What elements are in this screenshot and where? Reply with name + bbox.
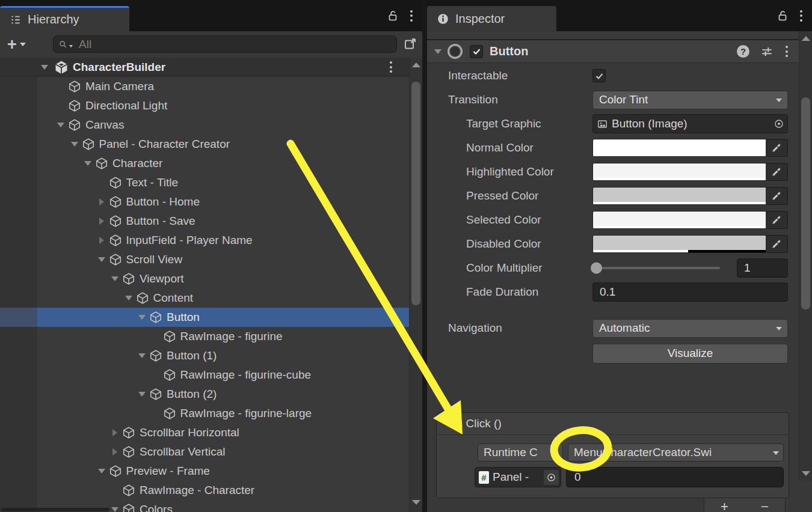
tree-item-scroll-view[interactable]: Scroll View xyxy=(0,250,409,269)
component-menu-icon[interactable] xyxy=(784,44,789,58)
field-label: Interactable xyxy=(427,69,592,82)
scene-menu-icon[interactable] xyxy=(389,60,393,74)
eyedropper-icon[interactable] xyxy=(766,139,787,156)
eyedropper-icon[interactable] xyxy=(766,163,787,180)
tree-item-button-save[interactable]: Button - Save xyxy=(0,212,409,231)
foldout-spacer xyxy=(56,101,66,111)
tree-item-viewport[interactable]: Viewport xyxy=(0,269,409,288)
disabled-color-swatch[interactable] xyxy=(592,235,788,253)
inspector-menu-icon[interactable] xyxy=(799,9,804,23)
script-icon: # xyxy=(479,471,489,484)
tree-item-scrollbar-vertical[interactable]: Scrollbar Vertical xyxy=(0,442,409,462)
add-gameobject-button[interactable]: + xyxy=(7,37,26,53)
foldout-open-icon[interactable] xyxy=(110,274,120,284)
foldout-open-icon[interactable] xyxy=(433,47,443,56)
scroll-up-icon[interactable] xyxy=(412,62,420,67)
gameobject-icon xyxy=(163,368,176,382)
scroll-down-icon[interactable] xyxy=(412,500,420,505)
foldout-open-icon[interactable] xyxy=(124,293,134,303)
tree-item-button[interactable]: Button xyxy=(0,308,409,327)
tab-inspector[interactable]: Inspector xyxy=(427,6,556,31)
foldout-closed-icon[interactable] xyxy=(97,216,106,226)
eyedropper-icon[interactable] xyxy=(766,236,787,252)
eyedropper-icon[interactable] xyxy=(766,187,787,204)
add-event-button[interactable]: + xyxy=(721,499,728,512)
visualize-button[interactable]: Visualize xyxy=(592,344,788,364)
tree-item-rawimage-figurine-cube[interactable]: RawImage - figurine-cube xyxy=(0,365,409,385)
eyedropper-icon[interactable] xyxy=(766,212,787,228)
field-row-navigation: NavigationAutomatic xyxy=(427,316,799,340)
tab-hierarchy[interactable]: Hierarchy xyxy=(0,6,129,31)
tree-item-rawimage-character[interactable]: RawImage - Character xyxy=(0,481,409,500)
slider-track[interactable] xyxy=(592,267,720,269)
inspector-scrollbar-thumb[interactable] xyxy=(801,97,810,309)
slider-value-field[interactable]: 1 xyxy=(737,258,788,278)
help-icon[interactable]: ? xyxy=(737,45,749,58)
event-target-object-field[interactable]: # Panel - xyxy=(475,467,561,487)
scroll-down-icon[interactable] xyxy=(802,471,810,476)
hierarchy-search-field[interactable] xyxy=(53,35,397,53)
foldout-open-icon[interactable] xyxy=(110,505,120,512)
hierarchy-menu-icon[interactable] xyxy=(409,9,414,23)
slider-handle[interactable] xyxy=(591,263,602,274)
foldout-closed-icon[interactable] xyxy=(97,236,106,245)
tree-item-content[interactable]: Content xyxy=(0,288,409,308)
tree-item-preview-frame[interactable]: Preview - Frame xyxy=(0,462,409,481)
foldout-open-icon[interactable] xyxy=(137,389,147,399)
event-mode-dropdown[interactable]: Runtime C xyxy=(478,443,563,462)
hierarchy-scrollbar-thumb[interactable] xyxy=(411,82,420,305)
scroll-up-icon[interactable] xyxy=(802,36,810,41)
presets-icon[interactable] xyxy=(760,45,774,58)
tree-item-button-2[interactable]: Button (2) xyxy=(0,385,409,404)
component-enabled-checkbox[interactable] xyxy=(470,45,483,58)
remove-event-button[interactable]: − xyxy=(761,499,769,512)
foldout-closed-icon[interactable] xyxy=(97,197,106,207)
lock-icon[interactable] xyxy=(776,9,789,22)
foldout-open-icon[interactable] xyxy=(56,120,66,130)
lock-icon[interactable] xyxy=(386,9,399,22)
object-picker-icon[interactable] xyxy=(770,115,787,133)
hierarchy-scrollbar[interactable] xyxy=(409,58,422,512)
event-argument-field[interactable]: 0 xyxy=(566,467,784,487)
foldout-open-icon[interactable] xyxy=(97,255,106,264)
tree-item-rawimage-figurine[interactable]: RawImage - figurine xyxy=(0,327,409,346)
foldout-open-icon[interactable] xyxy=(137,351,147,361)
transition-dropdown[interactable]: Color Tint xyxy=(592,91,788,109)
tree-item-canvas[interactable]: Canvas xyxy=(0,115,409,135)
tree-item-text-title[interactable]: Text - Title xyxy=(0,173,409,192)
interactable-checkbox[interactable] xyxy=(592,69,606,82)
tree-item-scrollbar-horizontal[interactable]: Scrollbar Horizontal xyxy=(0,423,409,442)
selected-color-swatch[interactable] xyxy=(592,211,788,229)
horizontal-scrollbar[interactable] xyxy=(1,508,109,511)
tree-item-panel-character-creator[interactable]: Panel - Character Creator xyxy=(0,135,409,154)
foldout-open-icon[interactable] xyxy=(97,466,106,476)
tree-item-inputfield-player-name[interactable]: InputField - Player Name xyxy=(0,231,409,250)
normal-color-swatch[interactable] xyxy=(592,139,788,157)
highlighted-color-swatch[interactable] xyxy=(592,163,788,181)
tree-item-main-camera[interactable]: Main Camera xyxy=(0,77,409,96)
foldout-open-icon[interactable] xyxy=(83,159,93,168)
button-component-header[interactable]: Button ? xyxy=(427,40,799,63)
tree-item-button-home[interactable]: Button - Home xyxy=(0,192,409,212)
event-callback-dropdown[interactable]: MenuCharacterCreator.Swi xyxy=(568,443,784,462)
field-control: 0.1 xyxy=(592,282,788,302)
fade-duration-field[interactable]: 0.1 xyxy=(592,282,788,302)
foldout-closed-icon[interactable] xyxy=(110,428,120,437)
on-click-title: On Click () xyxy=(437,413,789,435)
pressed-color-swatch[interactable] xyxy=(592,187,788,205)
inspector-scrollbar[interactable] xyxy=(799,31,812,481)
open-window-icon[interactable] xyxy=(403,37,417,51)
foldout-open-icon[interactable] xyxy=(137,312,147,322)
tree-item-rawimage-figurine-large[interactable]: RawImage - figurine-large xyxy=(0,404,409,423)
object-picker-icon[interactable] xyxy=(544,470,559,485)
search-input[interactable] xyxy=(78,37,345,52)
foldout-open-icon[interactable] xyxy=(40,62,49,72)
scene-header-row[interactable]: CharacterBuilder xyxy=(0,58,422,77)
tree-item-button-1[interactable]: Button (1) xyxy=(0,346,409,365)
target-graphic-object-field[interactable]: Button (Image) xyxy=(592,114,788,133)
foldout-open-icon[interactable] xyxy=(70,139,79,149)
tree-item-directional-light[interactable]: Directional Light xyxy=(0,96,409,115)
navigation-dropdown[interactable]: Automatic xyxy=(592,319,788,338)
foldout-closed-icon[interactable] xyxy=(110,447,120,457)
tree-item-character[interactable]: Character xyxy=(0,154,409,173)
